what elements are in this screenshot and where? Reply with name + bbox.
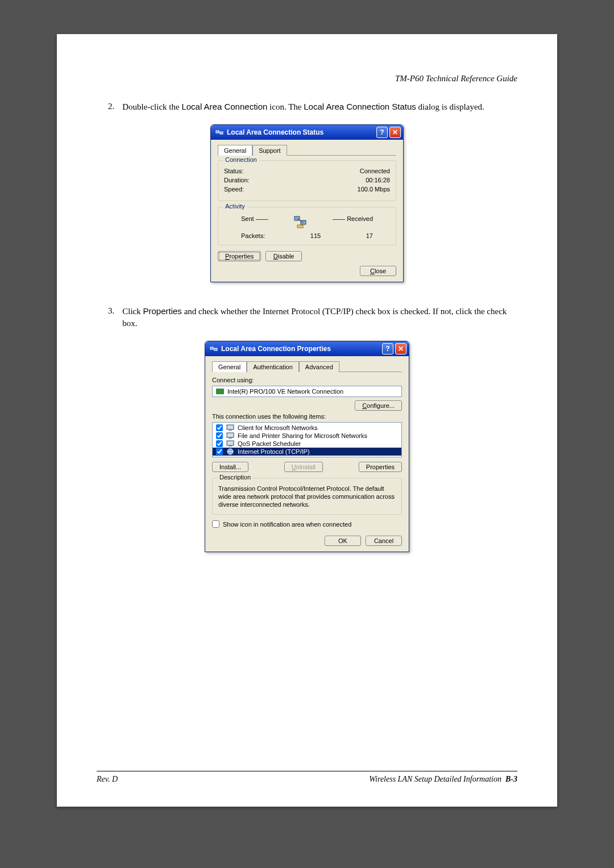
connection-group: Connection Status: Connected Duration: 0… <box>218 160 396 201</box>
nic-icon <box>216 389 224 394</box>
text-fragment: icon. The <box>267 102 304 111</box>
cancel-button[interactable]: Cancel <box>366 536 402 546</box>
tab-authentication[interactable]: Authentication <box>247 361 299 372</box>
client-icon <box>226 424 234 431</box>
activity-header: Sent —— —— Received <box>241 215 373 230</box>
disable-button[interactable]: Disable <box>265 251 302 261</box>
dialog-title: Local Area Connection Status <box>227 128 375 136</box>
svg-rect-0 <box>216 131 219 133</box>
footer-revision: Rev. D <box>97 775 118 784</box>
tabs: General Support <box>218 144 396 156</box>
titlebar[interactable]: Local Area Connection Status ? ✕ <box>211 125 403 140</box>
footer-buttons: Close <box>218 266 396 276</box>
show-icon-checkbox[interactable] <box>212 520 219 528</box>
activity-group: Activity Sent —— —— Received Packets: 11… <box>218 207 396 245</box>
footer-right: Wireless LAN Setup Detailed Information … <box>369 775 517 784</box>
list-item-label: QoS Packet Scheduler <box>238 440 301 447</box>
help-button[interactable]: ? <box>382 343 393 354</box>
sent-label: Sent —— <box>241 215 268 230</box>
description-group: Description Transmission Control Protoco… <box>212 478 402 515</box>
close-button[interactable]: ✕ <box>395 343 406 354</box>
duration-label: Duration: <box>224 177 250 183</box>
received-label: —— Received <box>333 215 373 230</box>
dialog-title: Local Area Connection Properties <box>221 345 380 353</box>
list-item[interactable]: Client for Microsoft Networks <box>213 424 401 432</box>
svg-rect-14 <box>227 441 234 445</box>
step-2: 2. Double-click the Local Area Connectio… <box>108 101 517 113</box>
service-icon <box>226 432 234 439</box>
tabs: General Authentication Advanced <box>212 361 402 372</box>
status-row: Status: Connected <box>224 168 390 174</box>
dialog-body: General Support Connection Status: Conne… <box>211 140 403 282</box>
speed-value: 100.0 Mbps <box>358 186 390 193</box>
list-item-checkbox[interactable] <box>216 432 223 439</box>
packets-label: Packets: <box>241 232 265 239</box>
ui-term: Local Area Connection <box>181 102 267 111</box>
list-item-label: Internet Protocol (TCP/IP) <box>238 448 310 455</box>
show-icon-row[interactable]: Show icon in notification area when conn… <box>212 520 402 528</box>
ok-button[interactable]: OK <box>325 536 361 546</box>
connection-icon <box>215 128 223 136</box>
svg-rect-1 <box>220 132 223 134</box>
item-properties-button[interactable]: Properties <box>359 462 402 472</box>
dialog-body: General Authentication Advanced Connect … <box>205 356 409 552</box>
adapter-field[interactable]: Intel(R) PRO/100 VE Network Connection <box>212 386 402 397</box>
install-button[interactable]: Install... <box>212 462 248 472</box>
speed-row: Speed: 100.0 Mbps <box>224 186 390 193</box>
text-fragment: Click <box>122 307 143 316</box>
list-item[interactable]: File and Printer Sharing for Microsoft N… <box>213 432 401 440</box>
list-item-checkbox[interactable] <box>216 448 223 455</box>
svg-rect-15 <box>229 445 232 446</box>
received-value: 17 <box>366 232 373 239</box>
group-legend: Activity <box>223 203 247 210</box>
titlebar[interactable]: Local Area Connection Properties ? ✕ <box>205 341 409 356</box>
connection-icon <box>210 345 218 353</box>
properties-dialog: Local Area Connection Properties ? ✕ Gen… <box>205 341 409 552</box>
page-footer: Rev. D Wireless LAN Setup Detailed Infor… <box>97 771 517 784</box>
tab-general[interactable]: General <box>218 145 252 156</box>
tab-advanced[interactable]: Advanced <box>299 361 339 372</box>
text-fragment: dialog is displayed. <box>416 102 484 111</box>
configure-button[interactable]: Configure... <box>355 400 402 411</box>
step-text: Double-click the Local Area Connection i… <box>122 101 484 113</box>
show-icon-label: Show icon in notification area when conn… <box>223 521 351 528</box>
list-item-selected[interactable]: Internet Protocol (TCP/IP) <box>213 448 401 456</box>
footer-page-number: B-3 <box>505 775 517 783</box>
speed-label: Speed: <box>224 186 244 193</box>
components-listbox[interactable]: Client for Microsoft Networks File and P… <box>212 422 402 457</box>
group-legend: Description <box>217 474 253 481</box>
description-text: Transmission Control Protocol/Internet P… <box>218 485 396 508</box>
properties-button[interactable]: Properties <box>218 251 261 261</box>
items-label: This connection uses the following items… <box>212 413 402 420</box>
group-legend: Connection <box>223 156 259 163</box>
tab-general[interactable]: General <box>212 361 247 372</box>
close-dialog-button[interactable]: Close <box>360 266 396 276</box>
adapter-name: Intel(R) PRO/100 VE Network Connection <box>227 388 343 395</box>
duration-value: 00:16:28 <box>366 177 390 183</box>
status-label: Status: <box>224 168 243 174</box>
svg-rect-5 <box>297 225 303 228</box>
list-item-checkbox[interactable] <box>216 424 223 431</box>
svg-rect-8 <box>214 348 217 350</box>
document-page: TM-P60 Technical Reference Guide 2. Doub… <box>57 34 557 807</box>
svg-rect-13 <box>229 437 232 439</box>
close-button[interactable]: ✕ <box>389 127 401 138</box>
service-icon <box>226 440 234 447</box>
activity-body: Packets: 115 17 <box>241 232 373 239</box>
tab-support[interactable]: Support <box>252 145 287 156</box>
uninstall-button[interactable]: Uninstall <box>284 462 323 472</box>
help-button[interactable]: ? <box>376 127 388 138</box>
activity-icon <box>292 215 308 230</box>
status-value: Connected <box>360 168 390 174</box>
status-dialog: Local Area Connection Status ? ✕ General… <box>210 124 404 282</box>
sent-value: 115 <box>310 232 321 239</box>
connect-using-label: Connect using: <box>212 377 402 383</box>
svg-rect-10 <box>227 425 234 429</box>
list-item-label: File and Printer Sharing for Microsoft N… <box>238 432 367 439</box>
list-item-checkbox[interactable] <box>216 440 223 447</box>
svg-rect-11 <box>229 429 232 431</box>
step-3: 3. Click Properties and check whether th… <box>108 305 517 329</box>
step-number: 3. <box>108 305 114 329</box>
list-item[interactable]: QoS Packet Scheduler <box>213 440 401 448</box>
svg-rect-7 <box>210 347 213 349</box>
